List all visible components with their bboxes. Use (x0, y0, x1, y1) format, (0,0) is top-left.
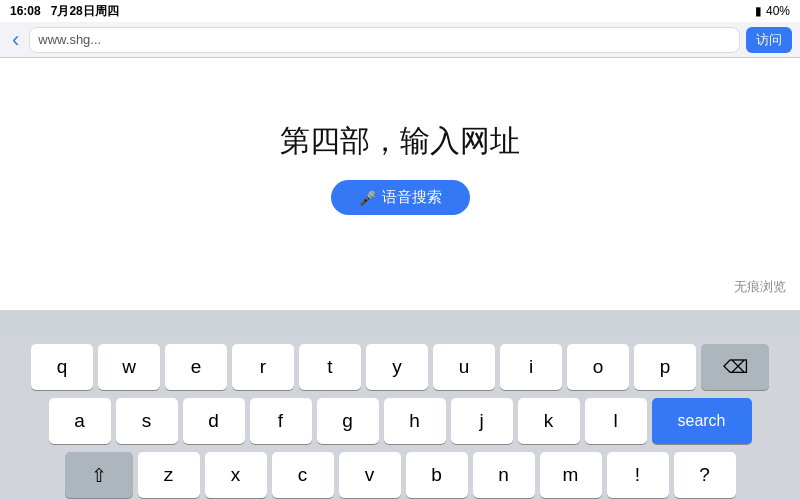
page-title: 第四部，输入网址 (280, 121, 520, 162)
back-button[interactable]: ‹ (8, 27, 23, 53)
key-exclaim[interactable]: ! (607, 452, 669, 498)
key-i[interactable]: i (500, 344, 562, 390)
search-button[interactable]: search (652, 398, 752, 444)
voice-search-label: 语音搜索 (382, 188, 442, 207)
key-v[interactable]: v (339, 452, 401, 498)
main-content: 第四部，输入网址 🎤 语音搜索 (0, 58, 800, 278)
keyboard: q w e r t y u i o p ⌫ a s d f g h j k l … (0, 310, 800, 500)
status-date: 7月28日周四 (51, 4, 119, 18)
battery-icon: ▮ (755, 4, 762, 18)
key-c[interactable]: c (272, 452, 334, 498)
url-bar[interactable]: www.shg... (29, 27, 740, 53)
key-a[interactable]: a (49, 398, 111, 444)
mic-icon: 🎤 (359, 190, 376, 206)
key-q[interactable]: q (31, 344, 93, 390)
key-w[interactable]: w (98, 344, 160, 390)
url-text: www.shg... (38, 32, 101, 47)
shift-button[interactable]: ⇧ (65, 452, 133, 498)
key-m[interactable]: m (540, 452, 602, 498)
key-r[interactable]: r (232, 344, 294, 390)
key-n[interactable]: n (473, 452, 535, 498)
key-x[interactable]: x (205, 452, 267, 498)
key-j[interactable]: j (451, 398, 513, 444)
keyboard-rows: q w e r t y u i o p ⌫ a s d f g h j k l … (0, 338, 800, 500)
status-time: 16:08 (10, 4, 41, 18)
keyboard-top-bar (0, 310, 800, 338)
private-browsing-hint: 无痕浏览 (734, 278, 786, 296)
key-row-1: q w e r t y u i o p ⌫ (4, 344, 796, 390)
key-h[interactable]: h (384, 398, 446, 444)
key-b[interactable]: b (406, 452, 468, 498)
key-z[interactable]: z (138, 452, 200, 498)
key-e[interactable]: e (165, 344, 227, 390)
status-right: ▮ 40% (755, 4, 790, 18)
status-bar: 16:08 7月28日周四 ▮ 40% (0, 0, 800, 22)
key-k[interactable]: k (518, 398, 580, 444)
voice-search-button[interactable]: 🎤 语音搜索 (331, 180, 470, 215)
battery-level: 40% (766, 4, 790, 18)
key-s[interactable]: s (116, 398, 178, 444)
key-p[interactable]: p (634, 344, 696, 390)
key-o[interactable]: o (567, 344, 629, 390)
key-t[interactable]: t (299, 344, 361, 390)
key-d[interactable]: d (183, 398, 245, 444)
visit-button[interactable]: 访问 (746, 27, 792, 53)
status-time-date: 16:08 7月28日周四 (10, 3, 119, 20)
key-row-2: a s d f g h j k l search (4, 398, 796, 444)
key-g[interactable]: g (317, 398, 379, 444)
key-l[interactable]: l (585, 398, 647, 444)
key-u[interactable]: u (433, 344, 495, 390)
key-question[interactable]: ? (674, 452, 736, 498)
backspace-button[interactable]: ⌫ (701, 344, 769, 390)
browser-bar: ‹ www.shg... 访问 (0, 22, 800, 58)
key-row-3: ⇧ z x c v b n m ! ? (4, 452, 796, 498)
key-y[interactable]: y (366, 344, 428, 390)
key-f[interactable]: f (250, 398, 312, 444)
